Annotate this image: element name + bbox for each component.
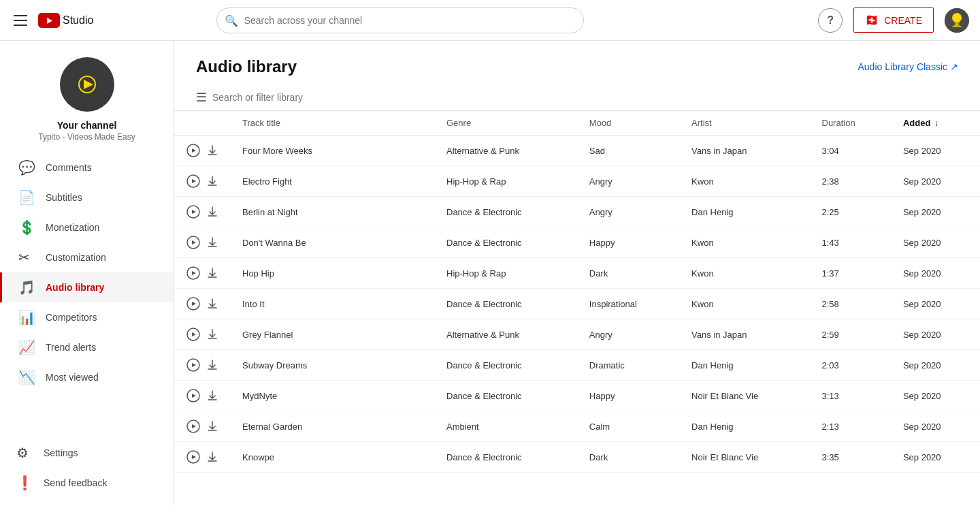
nav-label-competitors: Competitors [46, 312, 97, 323]
th-genre[interactable]: Genre [436, 111, 578, 136]
tracks-body: Four More Weeks Alternative & Punk Sad V… [174, 136, 980, 473]
footer-icon-send-feedback: ❗ [16, 475, 33, 491]
play-button-6[interactable] [185, 326, 201, 343]
sidebar-footer-settings[interactable]: ⚙ Settings [16, 438, 157, 468]
download-button-6[interactable] [204, 326, 220, 343]
sidebar-nav: 💬 Comments 📄 Subtitles 💲 Monetization ✂ … [0, 153, 174, 427]
svg-marker-9 [192, 148, 196, 153]
th-mood[interactable]: Mood [578, 111, 681, 136]
play-button-5[interactable] [185, 296, 201, 312]
play-button-1[interactable] [185, 173, 201, 189]
row-actions-8 [174, 381, 231, 411]
download-button-10[interactable] [204, 449, 220, 465]
th-added[interactable]: Added ↓ [892, 111, 980, 136]
download-icon [206, 389, 219, 402]
row-mood-5: Inspirational [578, 289, 681, 319]
download-button-0[interactable] [204, 142, 220, 159]
download-icon [206, 205, 219, 219]
play-button-3[interactable] [185, 234, 201, 251]
download-icon [206, 174, 219, 188]
channel-sub: Typito - Videos Made Easy [38, 132, 135, 142]
download-button-7[interactable] [204, 357, 220, 373]
nav-label-customization: Customization [46, 252, 106, 263]
row-duration-6: 2:59 [811, 319, 892, 350]
download-button-9[interactable] [204, 418, 220, 434]
sidebar-item-most-viewed[interactable]: 📉 Most viewed [0, 362, 174, 392]
classic-link-label: Audio Library Classic [858, 61, 948, 72]
row-title-0: Four More Weeks [231, 136, 436, 166]
play-button-7[interactable] [185, 357, 201, 373]
sidebar-item-comments[interactable]: 💬 Comments [0, 153, 174, 183]
play-button-9[interactable] [185, 418, 201, 434]
table-row: Hop Hip Hip-Hop & Rap Dark Kwon 1:37 Sep… [174, 258, 980, 289]
row-title-5: Into It [231, 289, 436, 319]
footer-icon-settings: ⚙ [16, 445, 33, 461]
search-input[interactable] [216, 7, 584, 33]
row-actions-9 [174, 411, 231, 442]
play-button-2[interactable] [185, 204, 201, 220]
sidebar-footer-send-feedback[interactable]: ❗ Send feedback [16, 468, 157, 498]
row-actions-1 [174, 166, 231, 197]
play-button-10[interactable] [185, 449, 201, 465]
row-title-3: Don't Wanna Be [231, 227, 436, 258]
row-title-7: Subway Dreams [231, 350, 436, 381]
download-button-3[interactable] [204, 234, 220, 251]
header: Studio 🔍 ? 🇨🇭 CREATE [0, 0, 980, 41]
play-icon [186, 389, 200, 402]
play-icon [186, 328, 200, 341]
sidebar-item-customization[interactable]: ✂ Customization [0, 242, 174, 272]
download-button-8[interactable] [204, 388, 220, 404]
row-genre-5: Dance & Electronic [436, 289, 578, 319]
create-button[interactable]: 🇨🇭 CREATE [853, 7, 934, 33]
filter-input[interactable] [212, 92, 958, 103]
sidebar-item-audio-library[interactable]: 🎵 Audio library [0, 272, 174, 302]
download-button-4[interactable] [204, 265, 220, 281]
menu-button[interactable] [11, 12, 30, 29]
row-genre-0: Alternative & Punk [436, 136, 578, 166]
th-duration[interactable]: Duration [811, 111, 892, 136]
row-artist-8: Noir Et Blanc Vie [681, 381, 811, 411]
audio-library-classic-link[interactable]: Audio Library Classic ↗ [858, 61, 959, 72]
avatar[interactable] [945, 8, 969, 33]
play-icon [186, 450, 200, 464]
row-added-0: Sep 2020 [892, 136, 980, 166]
row-added-4: Sep 2020 [892, 258, 980, 289]
svg-marker-15 [192, 240, 196, 244]
content-area: Audio library Audio Library Classic ↗ ☰ … [174, 41, 980, 506]
svg-marker-27 [192, 424, 196, 428]
sidebar-item-subtitles[interactable]: 📄 Subtitles [0, 183, 174, 212]
download-button-1[interactable] [204, 173, 220, 189]
nav-label-monetization: Monetization [46, 222, 99, 233]
row-genre-1: Hip-Hop & Rap [436, 166, 578, 197]
th-artist[interactable]: Artist [681, 111, 811, 136]
play-button-8[interactable] [185, 388, 201, 404]
row-genre-2: Dance & Electronic [436, 197, 578, 227]
filter-bar: ☰ [174, 84, 980, 111]
channel-avatar[interactable] [60, 57, 114, 112]
sidebar-item-competitors[interactable]: 📊 Competitors [0, 302, 174, 332]
th-track-title[interactable]: Track title [231, 111, 436, 136]
play-icon [186, 174, 200, 188]
search-icon: 🔍 [225, 14, 238, 27]
channel-section: Your channel Typito - Videos Made Easy [0, 41, 174, 153]
play-icon [186, 358, 200, 372]
download-button-2[interactable] [204, 204, 220, 220]
sidebar-item-trend-alerts[interactable]: 📈 Trend alerts [0, 332, 174, 362]
download-button-5[interactable] [204, 296, 220, 312]
nav-icon-subtitles: 📄 [18, 189, 35, 206]
play-button-0[interactable] [185, 142, 201, 159]
nav-icon-most-viewed: 📉 [18, 369, 35, 385]
sidebar-item-monetization[interactable]: 💲 Monetization [0, 212, 174, 242]
logo[interactable]: Studio [38, 13, 93, 28]
help-button[interactable]: ? [818, 8, 843, 33]
nav-icon-competitors: 📊 [18, 309, 35, 326]
row-genre-10: Dance & Electronic [436, 442, 578, 473]
row-actions-7 [174, 350, 231, 381]
row-duration-9: 2:13 [811, 411, 892, 442]
row-added-9: Sep 2020 [892, 411, 980, 442]
row-genre-8: Dance & Electronic [436, 381, 578, 411]
download-icon [206, 266, 219, 280]
row-added-5: Sep 2020 [892, 289, 980, 319]
play-button-4[interactable] [185, 265, 201, 281]
download-icon [206, 328, 219, 341]
